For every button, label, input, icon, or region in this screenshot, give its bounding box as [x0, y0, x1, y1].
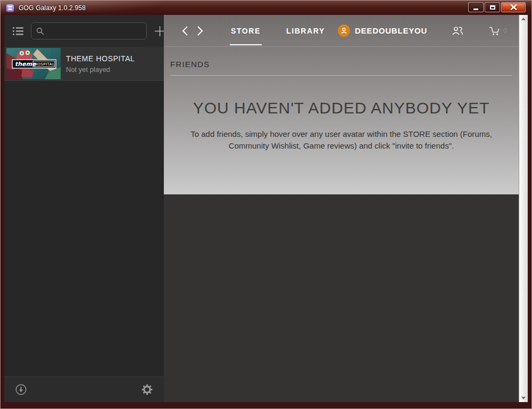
empty-state-message: To add friends, simply hover over any us… — [178, 128, 505, 152]
game-title: THEME HOSPITAL — [66, 54, 135, 63]
main-content: STORE LIBRARY DEEDOUBLEYOU — [164, 15, 519, 402]
avatar — [338, 24, 350, 37]
game-thumbnail: theme HOSPITAL — [6, 48, 61, 79]
library-sidebar: theme HOSPITAL THEME HOSPITAL Not yet pl… — [4, 15, 164, 402]
cart-icon — [489, 26, 501, 36]
game-status: Not yet played — [66, 66, 135, 73]
sidebar-toolbar — [4, 15, 164, 47]
app-icon — [6, 4, 14, 12]
window-controls — [468, 2, 526, 12]
settings-button[interactable] — [142, 384, 153, 395]
titlebar: GOG Galaxy 1.0.2.958 — [1, 1, 531, 15]
cart-count: 0 — [503, 27, 507, 35]
maximize-icon — [490, 5, 495, 10]
downloads-button[interactable] — [15, 384, 27, 395]
friends-button[interactable] — [452, 27, 463, 35]
friends-page: STORE LIBRARY DEEDOUBLEYOU — [164, 15, 519, 194]
search-icon — [36, 27, 44, 35]
username: DEEDOUBLEYOU — [355, 26, 427, 35]
chevron-left-icon — [182, 26, 188, 36]
download-icon — [15, 384, 27, 395]
minimize-button[interactable] — [468, 2, 484, 12]
sidebar-footer — [4, 377, 164, 402]
top-navigation: STORE LIBRARY DEEDOUBLEYOU — [164, 15, 519, 47]
game-list: theme HOSPITAL THEME HOSPITAL Not yet pl… — [4, 47, 164, 377]
close-icon — [510, 4, 517, 10]
content-background — [164, 194, 519, 402]
tab-library[interactable]: LIBRARY — [273, 15, 338, 46]
scroll-up-icon[interactable] — [521, 18, 526, 20]
user-icon — [340, 27, 347, 34]
user-menu[interactable]: DEEDOUBLEYOU — [338, 24, 427, 37]
empty-state-title: YOU HAVEN'T ADDED ANYBODY YET — [174, 99, 508, 117]
close-button[interactable] — [501, 2, 526, 12]
friends-icon — [452, 27, 463, 35]
nav-right: DEEDOUBLEYOU — [338, 15, 507, 46]
section-divider — [170, 75, 512, 76]
scrollbar[interactable] — [519, 15, 528, 402]
scroll-down-icon[interactable] — [521, 397, 526, 399]
empty-state: YOU HAVEN'T ADDED ANYBODY YET To add fri… — [164, 99, 519, 152]
list-view-icon — [13, 27, 23, 36]
forward-button[interactable] — [197, 15, 203, 46]
chevron-right-icon — [197, 26, 203, 36]
main-area: STORE LIBRARY DEEDOUBLEYOU — [164, 15, 528, 402]
search-input[interactable] — [48, 27, 142, 35]
cart-button[interactable]: 0 — [489, 26, 507, 36]
window-title: GOG Galaxy 1.0.2.958 — [19, 4, 86, 12]
list-view-button[interactable] — [13, 27, 23, 36]
game-meta: THEME HOSPITAL Not yet played — [66, 54, 135, 73]
svg-text:HOSPITAL: HOSPITAL — [35, 62, 55, 67]
window-frame: GOG Galaxy 1.0.2.958 — [0, 0, 532, 409]
maximize-button[interactable] — [485, 2, 500, 12]
section-head: FRIENDS — [164, 47, 519, 75]
minimize-icon — [473, 9, 478, 10]
main-tabs: STORE LIBRARY — [218, 15, 338, 46]
section-title: FRIENDS — [170, 60, 210, 69]
search-box[interactable] — [31, 22, 147, 39]
tab-store[interactable]: STORE — [218, 15, 273, 46]
game-row-theme-hospital[interactable]: theme HOSPITAL THEME HOSPITAL Not yet pl… — [4, 47, 164, 81]
gear-icon — [142, 384, 153, 395]
back-button[interactable] — [182, 15, 188, 46]
